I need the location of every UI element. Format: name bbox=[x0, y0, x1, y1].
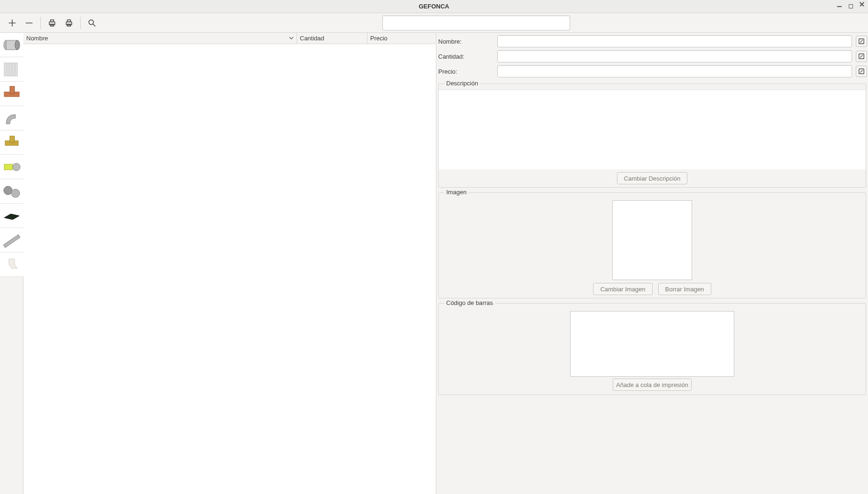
edit-price-button[interactable] bbox=[856, 66, 867, 77]
remove-button[interactable] bbox=[23, 16, 36, 30]
pipe-fitting-icon bbox=[1, 35, 22, 55]
barcode-group: Código de barras Añade a cola de impresi… bbox=[438, 303, 866, 395]
search-button[interactable] bbox=[85, 16, 99, 30]
search-input[interactable] bbox=[382, 15, 570, 30]
price-field[interactable] bbox=[497, 65, 852, 77]
radiator-icon bbox=[1, 59, 22, 80]
window-controls bbox=[836, 3, 865, 10]
image-preview bbox=[612, 200, 692, 280]
svg-line-33 bbox=[860, 70, 862, 72]
column-header-qty[interactable]: Cantidad bbox=[297, 33, 367, 44]
svg-point-25 bbox=[4, 186, 12, 195]
svg-rect-7 bbox=[68, 20, 71, 22]
search-icon bbox=[87, 18, 97, 28]
svg-line-29 bbox=[860, 40, 862, 42]
category-thumb-2[interactable] bbox=[0, 57, 23, 82]
items-table: Nombre Cantidad Precio bbox=[23, 33, 436, 494]
description-group: Descripción Cambiar Descripción bbox=[438, 84, 866, 188]
white-fitting-icon bbox=[1, 254, 22, 275]
titlebar: GEFONCA bbox=[0, 0, 868, 13]
category-thumb-10[interactable] bbox=[0, 252, 23, 277]
elbow-icon bbox=[1, 108, 22, 129]
form-row-qty: Cantidad: bbox=[437, 49, 867, 64]
category-thumb-4[interactable] bbox=[0, 106, 23, 130]
toolbar-separator bbox=[40, 17, 41, 29]
maximize-button[interactable] bbox=[847, 3, 854, 10]
toolbar-separator bbox=[80, 17, 81, 29]
category-thumb-7[interactable] bbox=[0, 179, 23, 204]
svg-rect-14 bbox=[4, 63, 6, 76]
brass-fitting-icon bbox=[1, 132, 22, 153]
delete-image-button[interactable]: Borrar Imagen bbox=[658, 283, 711, 295]
category-thumb-6[interactable] bbox=[0, 155, 23, 179]
window-title: GEFONCA bbox=[0, 3, 868, 10]
add-button[interactable] bbox=[6, 16, 19, 30]
change-image-button[interactable]: Cambiar Imagen bbox=[593, 283, 652, 295]
svg-line-31 bbox=[860, 55, 862, 57]
press-fitting-icon bbox=[1, 157, 22, 177]
description-area[interactable] bbox=[439, 90, 866, 169]
printer-icon bbox=[47, 18, 57, 28]
barcode-legend: Código de barras bbox=[444, 299, 495, 306]
plus-icon bbox=[8, 18, 17, 28]
svg-point-9 bbox=[89, 20, 93, 24]
copper-tee-icon bbox=[1, 84, 22, 104]
close-button[interactable] bbox=[859, 3, 865, 10]
add-to-print-queue-button[interactable]: Añade a cola de impresión bbox=[613, 379, 692, 391]
image-legend: Imagen bbox=[444, 189, 468, 196]
image-group: Imagen Cambiar Imagen Borrar Imagen bbox=[438, 192, 866, 298]
svg-rect-16 bbox=[10, 63, 12, 76]
minimize-button[interactable] bbox=[836, 3, 843, 10]
column-header-name-label: Nombre bbox=[26, 35, 48, 42]
change-description-button[interactable]: Cambiar Descripción bbox=[617, 172, 688, 184]
svg-rect-22 bbox=[10, 136, 15, 143]
detail-panel: Nombre: Cantidad: Precio: Descripción bbox=[436, 33, 868, 494]
svg-point-13 bbox=[15, 40, 20, 50]
edit-icon bbox=[858, 53, 865, 60]
toolbar-search bbox=[382, 15, 570, 30]
category-thumb-3[interactable] bbox=[0, 82, 23, 106]
table-body[interactable] bbox=[23, 44, 436, 494]
printer-icon bbox=[64, 18, 74, 28]
sort-indicator bbox=[289, 35, 294, 42]
svg-rect-18 bbox=[15, 63, 17, 76]
category-thumb-8[interactable] bbox=[0, 204, 23, 228]
svg-rect-23 bbox=[4, 164, 13, 170]
pvc-joints-icon bbox=[1, 181, 22, 202]
black-fitting-icon bbox=[1, 205, 22, 226]
category-icon-strip bbox=[0, 33, 23, 494]
category-thumb-1[interactable] bbox=[0, 33, 23, 57]
name-field[interactable] bbox=[497, 35, 852, 47]
chevron-down-icon bbox=[289, 36, 294, 40]
category-thumb-5[interactable] bbox=[0, 130, 23, 155]
column-header-qty-label: Cantidad bbox=[300, 35, 324, 42]
column-header-name[interactable]: Nombre bbox=[23, 33, 297, 44]
svg-point-24 bbox=[13, 163, 20, 171]
form-row-name: Nombre: bbox=[437, 34, 867, 49]
qty-field[interactable] bbox=[497, 50, 852, 62]
edit-qty-button[interactable] bbox=[856, 51, 867, 62]
minus-icon bbox=[24, 18, 34, 28]
category-thumb-9[interactable] bbox=[0, 228, 23, 252]
print-button-2[interactable] bbox=[62, 16, 76, 30]
column-header-price-label: Precio bbox=[370, 35, 388, 42]
edit-icon bbox=[858, 38, 865, 45]
price-label: Precio: bbox=[437, 68, 497, 75]
svg-point-26 bbox=[11, 189, 20, 198]
svg-marker-27 bbox=[3, 235, 20, 248]
svg-line-10 bbox=[93, 24, 95, 26]
edit-name-button[interactable] bbox=[856, 36, 867, 47]
print-button-1[interactable] bbox=[46, 16, 59, 30]
description-legend: Descripción bbox=[444, 80, 480, 87]
qty-label: Cantidad: bbox=[437, 53, 497, 60]
form-row-price: Precio: bbox=[437, 64, 867, 79]
svg-rect-4 bbox=[51, 20, 54, 22]
barcode-preview bbox=[570, 311, 734, 377]
name-label: Nombre: bbox=[437, 38, 497, 45]
svg-rect-15 bbox=[7, 63, 9, 76]
column-header-price[interactable]: Precio bbox=[367, 33, 436, 44]
svg-rect-20 bbox=[10, 86, 15, 94]
svg-rect-17 bbox=[13, 63, 15, 76]
toolbar bbox=[0, 13, 868, 33]
edit-icon bbox=[858, 68, 865, 75]
